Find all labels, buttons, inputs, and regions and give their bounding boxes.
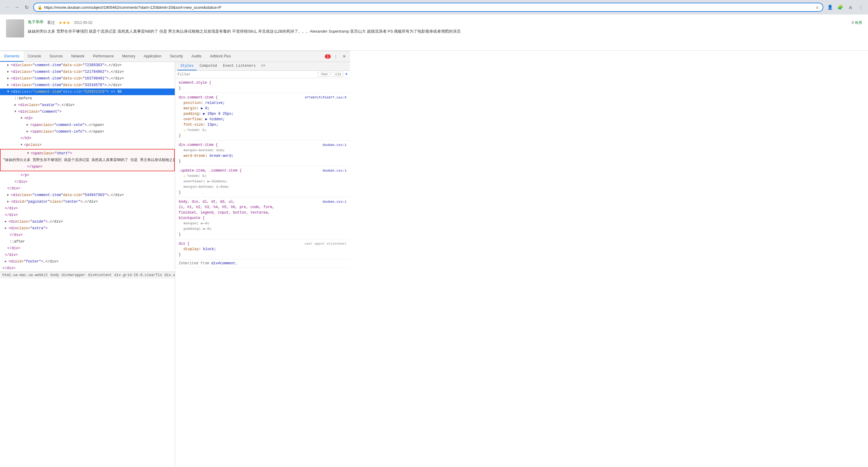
tab-adblock[interactable]: Adblock Plus <box>206 51 235 62</box>
dom-line[interactable]: ▼ <div class="comment"> <box>0 109 175 115</box>
tab-application[interactable]: Application <box>140 51 166 62</box>
dom-line-selected[interactable]: ▼ <div class="comment-item" data-cid="52… <box>0 88 175 95</box>
close-devtools-button[interactable]: ✕ <box>340 53 348 60</box>
dom-line-span-close[interactable]: </span> <box>1 164 174 170</box>
dom-line[interactable]: ▶ <div class="comment-item" data-cid="12… <box>0 68 175 75</box>
warning-icon: ⚠ <box>184 128 186 132</box>
css-rule-comment-item-2: div.comment-item { douban.css:1 margin-b… <box>175 141 350 166</box>
css-selector: div.comment-item { <box>179 143 218 147</box>
tab-network[interactable]: Network <box>67 51 89 62</box>
dom-line[interactable]: </div> <box>0 185 175 192</box>
error-badge[interactable]: 1 <box>325 54 331 59</box>
url-text: https://movie.douban.com/subject/1905462… <box>44 5 814 10</box>
dom-line[interactable]: ▶ <div class="comment-item" data-cid="54… <box>0 192 175 199</box>
filter-badge-hov[interactable]: :hov <box>318 72 330 77</box>
translate-icon[interactable]: A <box>846 3 855 11</box>
dom-line[interactable]: ::before <box>0 95 175 102</box>
dom-line[interactable]: ▶ <div id="paginator" class="center">…</… <box>0 199 175 205</box>
add-style-button[interactable]: + <box>345 72 348 77</box>
dom-line[interactable]: ▶ <div class="extra"> <box>0 225 175 232</box>
css-selector: div { <box>179 242 189 246</box>
dom-line[interactable]: ▼ <h3> <box>0 115 175 122</box>
back-button[interactable]: ← <box>3 3 11 11</box>
inherited-from: Inherited from div#comment… <box>175 260 350 268</box>
tab-memory[interactable]: Memory <box>118 51 140 62</box>
css-selector: fieldset, legend, input, button, textare… <box>179 210 270 215</box>
css-selector: div.comment-item { <box>179 95 218 100</box>
breadcrumb-item[interactable]: html.ua-mac.ua-webkit <box>2 273 48 277</box>
dom-line[interactable]: ▶ <div class="aside">…</div> <box>0 218 175 225</box>
settings-icon[interactable]: ⋮ <box>857 3 865 11</box>
dom-line[interactable]: ▼ <p class> <box>0 142 175 148</box>
forward-button[interactable]: → <box>13 3 21 11</box>
dom-line[interactable]: ▶ <span class="comment-vote">…</span> <box>0 122 175 128</box>
avatar <box>6 19 24 37</box>
address-bar[interactable]: 🔒 https://movie.douban.com/subject/19054… <box>33 3 823 12</box>
dom-line[interactable]: ▶ <div class="comment-item" data-cid="33… <box>0 82 175 88</box>
css-source: user agent stylesheet <box>305 241 346 246</box>
browser-toolbar: ← → ↻ 🔒 https://movie.douban.com/subject… <box>0 0 868 14</box>
styles-tab-computed[interactable]: Computed <box>196 62 220 70</box>
comment-meta: 兔子乖乖 看过 ★★★ 2012-05-02 0 有用 妹妹的旁白太多 荒野生存… <box>28 19 862 46</box>
profile-icon[interactable]: 👤 <box>826 3 834 11</box>
tab-audits[interactable]: Audits <box>187 51 206 62</box>
dom-line[interactable]: </div> <box>0 245 175 252</box>
css-source[interactable]: 477e07cfcfe1077.css:5 <box>305 95 346 100</box>
more-options-button[interactable]: ⋮ <box>332 53 339 60</box>
warning-icon: ⚠ <box>184 174 186 178</box>
styles-tab-event-listeners[interactable]: Event Listeners <box>220 62 259 70</box>
devtools-toolbar: Elements Console Sources Network Perform… <box>0 51 350 62</box>
breadcrumb-item[interactable]: div#wrapper <box>62 273 85 277</box>
tab-performance[interactable]: Performance <box>89 51 118 62</box>
dom-line[interactable]: </div> <box>0 232 175 238</box>
dom-line[interactable]: </div> <box>0 252 175 258</box>
filter-input[interactable] <box>178 72 316 77</box>
reload-button[interactable]: ↻ <box>22 3 31 11</box>
tab-sources[interactable]: Sources <box>45 51 67 62</box>
css-selector: li, h1, h2, h3, h4, h5, h6, pre, code, f… <box>179 205 274 209</box>
useful-link[interactable]: 有用 <box>855 21 862 25</box>
styles-tab-more[interactable]: >> <box>259 62 268 70</box>
dom-line[interactable]: ▶ <div class="avatar">…</div> <box>0 102 175 109</box>
styles-tabs: Styles Computed Event Listeners >> <box>175 62 350 71</box>
dom-line[interactable]: ▶ <div class="comment-item" data-cid="72… <box>0 62 175 68</box>
dom-line[interactable]: </p> <box>0 172 175 178</box>
dom-line[interactable]: ▶ <div class="comment-item" data-cid="16… <box>0 75 175 82</box>
breadcrumb-item[interactable]: div#content <box>88 273 112 277</box>
elements-panel[interactable]: ▶ <div class="comment-item" data-cid="72… <box>0 62 175 467</box>
tab-elements[interactable]: Elements <box>0 51 24 62</box>
dom-line[interactable]: </div> <box>0 205 175 212</box>
tab-security[interactable]: Security <box>166 51 187 62</box>
breadcrumb-item[interactable]: div.grid-16-8.clearfix <box>114 273 162 277</box>
dom-line[interactable]: ::after <box>0 238 175 245</box>
comment-text: 妹妹的旁白太多 荒野生存不够强烈 就是个流浪记蛮 虽然真人真事蛮NB的了 但是 … <box>28 28 862 35</box>
extension-icon[interactable]: 🧩 <box>836 3 844 11</box>
inherited-source[interactable]: div#comment… <box>211 261 237 265</box>
breadcrumb-item[interactable]: div.article <box>164 273 175 277</box>
username[interactable]: 兔子乖乖 <box>28 19 43 25</box>
styles-tab-styles[interactable]: Styles <box>178 62 196 70</box>
dom-line-text[interactable]: "妹妹的旁白太多 荒野生存不够强烈 就是个流浪记蛮 虽然真人真事蛮NB的了 但是… <box>1 157 174 164</box>
action-label: 看过 <box>47 20 55 25</box>
css-source[interactable]: douban.css:1 <box>322 199 346 204</box>
css-rule-element-style: element.style { } <box>175 78 350 93</box>
filter-badge-cls[interactable]: .cls <box>331 72 343 77</box>
devtools-panel: Elements Console Sources Network Perform… <box>0 51 350 467</box>
breadcrumb-item[interactable]: body <box>51 273 59 277</box>
dom-line[interactable]: </div> <box>0 178 175 185</box>
dom-line[interactable]: ▶ <div id="footer">…</div> <box>0 258 175 265</box>
lock-icon: 🔒 <box>37 5 42 10</box>
css-source[interactable]: douban.css:1 <box>322 168 346 173</box>
css-rule-div-ua: div { user agent stylesheet display: blo… <box>175 239 350 260</box>
star-icon[interactable]: ☆ <box>815 5 819 10</box>
css-source[interactable]: douban.css:1 <box>322 142 346 148</box>
dom-line-span-open[interactable]: ▼ <span class="short"> <box>1 150 174 157</box>
tab-console[interactable]: Console <box>24 51 45 62</box>
dom-line[interactable]: ▶ <span class="comment-info">…</span> <box>0 128 175 135</box>
page-content: 兔子乖乖 看过 ★★★ 2012-05-02 0 有用 妹妹的旁白太多 荒野生存… <box>0 14 868 467</box>
dom-line[interactable]: </h3> <box>0 135 175 142</box>
dom-line[interactable]: </div> <box>0 212 175 218</box>
useful-count: 0 有用 <box>852 20 862 25</box>
comment-preview: 兔子乖乖 看过 ★★★ 2012-05-02 0 有用 妹妹的旁白太多 荒野生存… <box>0 14 868 51</box>
dom-line[interactable]: </div> <box>0 265 175 271</box>
